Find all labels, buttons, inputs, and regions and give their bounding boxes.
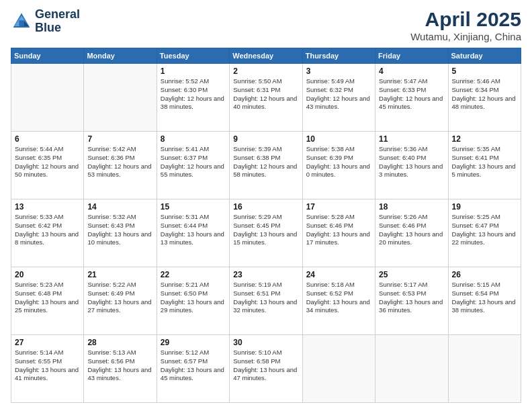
- day-number: 22: [161, 270, 226, 279]
- daylight-text: Daylight: 13 hours and 3 minutes.: [379, 163, 444, 180]
- calendar-cell: 20Sunrise: 5:23 AMSunset: 6:48 PMDayligh…: [11, 267, 84, 335]
- calendar-cell: [302, 335, 375, 403]
- calendar-cell: 7Sunrise: 5:42 AMSunset: 6:36 PMDaylight…: [84, 132, 157, 199]
- calendar-cell: 29Sunrise: 5:12 AMSunset: 6:57 PMDayligh…: [157, 335, 229, 403]
- sunset-text: Sunset: 6:35 PM: [15, 154, 80, 163]
- sunset-text: Sunset: 6:36 PM: [87, 154, 152, 163]
- day-number: 17: [306, 202, 371, 212]
- day-number: 28: [87, 338, 152, 347]
- day-number: 21: [87, 270, 152, 279]
- day-number: 25: [379, 270, 444, 279]
- daylight-text: Daylight: 13 hours and 43 minutes.: [87, 366, 152, 383]
- daylight-text: Daylight: 13 hours and 8 minutes.: [15, 230, 80, 248]
- daylight-text: Daylight: 13 hours and 5 minutes.: [452, 163, 517, 180]
- sunset-text: Sunset: 6:34 PM: [452, 86, 517, 95]
- calendar-cell: 17Sunrise: 5:28 AMSunset: 6:46 PMDayligh…: [302, 199, 375, 267]
- weekday-header-cell: Tuesday: [157, 48, 229, 64]
- sunrise-text: Sunrise: 5:47 AM: [379, 77, 444, 86]
- sunset-text: Sunset: 6:38 PM: [233, 154, 298, 163]
- calendar-cell: [84, 64, 157, 132]
- sunrise-text: Sunrise: 5:14 AM: [15, 349, 80, 357]
- day-number: 2: [233, 66, 298, 76]
- sunrise-text: Sunrise: 5:36 AM: [379, 145, 444, 154]
- sunrise-text: Sunrise: 5:38 AM: [306, 145, 371, 154]
- sunrise-text: Sunrise: 5:18 AM: [306, 281, 371, 289]
- sunset-text: Sunset: 6:54 PM: [452, 289, 517, 298]
- daylight-text: Daylight: 12 hours and 38 minutes.: [161, 95, 226, 112]
- sunrise-text: Sunrise: 5:33 AM: [15, 213, 80, 222]
- sunrise-text: Sunrise: 5:12 AM: [161, 349, 226, 357]
- sunset-text: Sunset: 6:55 PM: [15, 357, 80, 366]
- sunset-text: Sunset: 6:51 PM: [233, 289, 298, 298]
- daylight-text: Daylight: 12 hours and 58 minutes.: [233, 163, 298, 180]
- day-number: 30: [233, 338, 298, 347]
- calendar-cell: 1Sunrise: 5:52 AMSunset: 6:30 PMDaylight…: [157, 64, 229, 132]
- daylight-text: Daylight: 13 hours and 27 minutes.: [87, 298, 152, 316]
- page: General Blue April 2025 Wutamu, Xinjiang…: [0, 0, 532, 411]
- daylight-text: Daylight: 13 hours and 34 minutes.: [306, 298, 371, 316]
- day-number: 27: [15, 338, 80, 347]
- sunset-text: Sunset: 6:56 PM: [87, 357, 152, 366]
- day-number: 20: [15, 270, 80, 279]
- title-block: April 2025 Wutamu, Xinjiang, China: [410, 8, 521, 42]
- sunrise-text: Sunrise: 5:42 AM: [87, 145, 152, 154]
- daylight-text: Daylight: 13 hours and 0 minutes.: [306, 163, 371, 180]
- weekday-header-cell: Sunday: [11, 48, 84, 64]
- day-number: 29: [161, 338, 226, 347]
- sunset-text: Sunset: 6:44 PM: [161, 222, 226, 230]
- day-number: 12: [452, 134, 517, 144]
- sunset-text: Sunset: 6:53 PM: [379, 289, 444, 298]
- sunset-text: Sunset: 6:33 PM: [379, 86, 444, 95]
- calendar-cell: 11Sunrise: 5:36 AMSunset: 6:40 PMDayligh…: [375, 132, 448, 199]
- day-number: 11: [379, 134, 444, 144]
- daylight-text: Daylight: 13 hours and 13 minutes.: [161, 230, 226, 248]
- sunrise-text: Sunrise: 5:46 AM: [452, 77, 517, 86]
- sunset-text: Sunset: 6:43 PM: [87, 222, 152, 230]
- day-number: 4: [379, 66, 444, 76]
- weekday-header-cell: Friday: [375, 48, 448, 64]
- sunrise-text: Sunrise: 5:15 AM: [452, 281, 517, 289]
- calendar-cell: 21Sunrise: 5:22 AMSunset: 6:49 PMDayligh…: [84, 267, 157, 335]
- sunrise-text: Sunrise: 5:31 AM: [161, 213, 226, 222]
- sunset-text: Sunset: 6:39 PM: [306, 154, 371, 163]
- sunset-text: Sunset: 6:57 PM: [161, 357, 226, 366]
- calendar-cell: 13Sunrise: 5:33 AMSunset: 6:42 PMDayligh…: [11, 199, 84, 267]
- calendar-cell: 14Sunrise: 5:32 AMSunset: 6:43 PMDayligh…: [84, 199, 157, 267]
- main-title: April 2025: [410, 8, 521, 31]
- sunset-text: Sunset: 6:32 PM: [306, 86, 371, 95]
- sunrise-text: Sunrise: 5:44 AM: [15, 145, 80, 154]
- daylight-text: Daylight: 12 hours and 48 minutes.: [452, 95, 517, 112]
- day-number: 18: [379, 202, 444, 212]
- sunrise-text: Sunrise: 5:50 AM: [233, 77, 298, 86]
- sunset-text: Sunset: 6:41 PM: [452, 154, 517, 163]
- daylight-text: Daylight: 12 hours and 43 minutes.: [306, 95, 371, 112]
- day-number: 24: [306, 270, 371, 279]
- daylight-text: Daylight: 12 hours and 40 minutes.: [233, 95, 298, 112]
- calendar-cell: 15Sunrise: 5:31 AMSunset: 6:44 PMDayligh…: [157, 199, 229, 267]
- logo-text: General Blue: [35, 8, 80, 35]
- calendar-cell: 26Sunrise: 5:15 AMSunset: 6:54 PMDayligh…: [448, 267, 521, 335]
- daylight-text: Daylight: 13 hours and 29 minutes.: [161, 298, 226, 316]
- daylight-text: Daylight: 13 hours and 17 minutes.: [306, 230, 371, 248]
- weekday-header-cell: Thursday: [302, 48, 375, 64]
- sunrise-text: Sunrise: 5:19 AM: [233, 281, 298, 289]
- daylight-text: Daylight: 12 hours and 55 minutes.: [161, 163, 226, 180]
- daylight-text: Daylight: 13 hours and 41 minutes.: [15, 366, 80, 383]
- daylight-text: Daylight: 13 hours and 32 minutes.: [233, 298, 298, 316]
- sunrise-text: Sunrise: 5:13 AM: [87, 349, 152, 357]
- sunset-text: Sunset: 6:46 PM: [306, 222, 371, 230]
- calendar-cell: 28Sunrise: 5:13 AMSunset: 6:56 PMDayligh…: [84, 335, 157, 403]
- sunset-text: Sunset: 6:30 PM: [161, 86, 226, 95]
- day-number: 5: [452, 66, 517, 76]
- calendar-table: SundayMondayTuesdayWednesdayThursdayFrid…: [11, 48, 521, 403]
- daylight-text: Daylight: 13 hours and 20 minutes.: [379, 230, 444, 248]
- sunrise-text: Sunrise: 5:17 AM: [379, 281, 444, 289]
- calendar-cell: 2Sunrise: 5:50 AMSunset: 6:31 PMDaylight…: [230, 64, 302, 132]
- sunrise-text: Sunrise: 5:25 AM: [452, 213, 517, 222]
- calendar-cell: 9Sunrise: 5:39 AMSunset: 6:38 PMDaylight…: [230, 132, 302, 199]
- calendar-cell: 25Sunrise: 5:17 AMSunset: 6:53 PMDayligh…: [375, 267, 448, 335]
- daylight-text: Daylight: 13 hours and 36 minutes.: [379, 298, 444, 316]
- weekday-header-row: SundayMondayTuesdayWednesdayThursdayFrid…: [11, 48, 521, 64]
- sunset-text: Sunset: 6:52 PM: [306, 289, 371, 298]
- sunrise-text: Sunrise: 5:52 AM: [161, 77, 226, 86]
